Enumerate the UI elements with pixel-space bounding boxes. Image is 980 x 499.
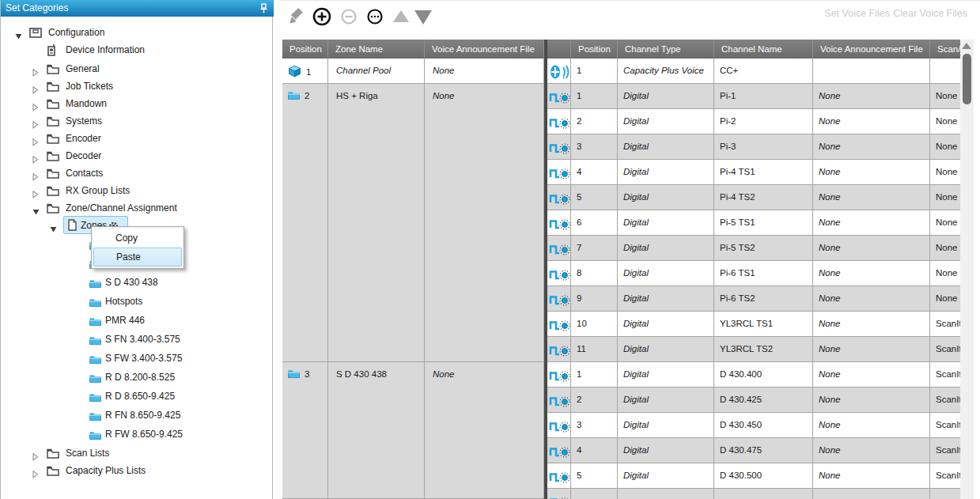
channel-scan-cell[interactable]: ScanIte — [930, 387, 962, 413]
zone-position-cell[interactable]: 2 — [282, 84, 328, 362]
channel-name-cell[interactable]: D 430.475 — [714, 438, 813, 463]
channel-name-cell[interactable]: Pi-1 — [714, 84, 813, 109]
channel-icon-cell[interactable] — [547, 210, 571, 236]
clear-voice-files-button[interactable]: Clear Voice Files — [893, 8, 967, 19]
tree-item-s-fn-3-400-3-575[interactable]: S FN 3.400-3.575 — [1, 331, 272, 348]
channel-voice-file-cell[interactable]: None — [813, 337, 930, 362]
channel-icon-cell[interactable] — [547, 236, 571, 261]
channel-voice-file-cell[interactable]: None — [813, 438, 930, 463]
zone-position-cell[interactable]: 3 — [282, 362, 328, 499]
channel-type-cell[interactable]: Digital — [618, 160, 714, 185]
channel-scan-cell[interactable]: None — [930, 134, 962, 160]
tree-item-r-fw-8-650-9-425[interactable]: R FW 8.650-9.425 — [1, 425, 272, 443]
channel-type-cell[interactable]: Digital — [618, 261, 714, 286]
tree-item-rx-group-lists[interactable]: RX Group Lists — [1, 182, 272, 199]
tree-item-job-tickets[interactable]: Job Tickets — [1, 77, 272, 95]
channel-type-cell[interactable]: Digital — [618, 210, 714, 236]
channel-voice-file-cell[interactable]: None — [813, 286, 930, 312]
channel-scan-cell[interactable]: None — [930, 236, 962, 261]
zone-column-header[interactable]: Voice Announcement File — [425, 40, 544, 59]
tree-item-encoder[interactable]: Encoder — [1, 130, 272, 147]
tree-item-r-fn-8-650-9-425[interactable]: R FN 8.650-9.425 — [1, 406, 272, 424]
channel-name-cell[interactable]: Pi-3 — [714, 134, 813, 160]
pin-icon[interactable] — [260, 3, 267, 13]
channel-icon-cell[interactable] — [547, 185, 571, 210]
tree-item-decoder[interactable]: Decoder — [1, 147, 272, 164]
channel-type-cell[interactable]: Digital — [618, 185, 714, 210]
zone-position-cell[interactable]: 1 — [282, 59, 328, 84]
channel-type-cell[interactable]: Digital — [618, 134, 714, 160]
channel-icon-cell[interactable] — [547, 312, 571, 337]
channel-name-cell[interactable]: CC+ — [714, 59, 813, 84]
channel-scan-cell[interactable]: None — [930, 160, 962, 185]
vertical-scrollbar[interactable] — [960, 40, 974, 499]
tree-item-pmr-446[interactable]: PMR 446 — [1, 312, 272, 329]
channel-voice-file-cell[interactable]: None — [813, 84, 930, 109]
channel-icon-cell[interactable] — [547, 109, 571, 134]
channel-name-cell[interactable]: D 430.500 — [714, 463, 813, 489]
scrollbar-thumb[interactable] — [963, 54, 971, 104]
channel-name-cell[interactable]: Pi-6 TS1 — [714, 261, 813, 286]
zone-name-cell[interactable]: S D 430 438 — [328, 362, 425, 499]
channel-position-cell[interactable]: 1 — [571, 59, 618, 84]
channel-type-cell[interactable] — [618, 489, 714, 499]
channel-voice-file-cell[interactable]: None — [813, 134, 930, 160]
channel-column-header[interactable]: Voice Announcement File — [813, 40, 930, 59]
tree-item-r-d-8-650-9-425[interactable]: R D 8.650-9.425 — [1, 387, 272, 405]
channel-position-cell[interactable]: 3 — [571, 413, 618, 438]
channel-type-cell[interactable]: Digital — [618, 337, 714, 362]
channel-icon-cell[interactable] — [547, 387, 571, 413]
channel-voice-file-cell[interactable]: None — [813, 185, 930, 210]
channel-scan-cell[interactable]: None — [930, 210, 962, 236]
channel-type-cell[interactable]: Digital — [618, 109, 714, 134]
channel-type-cell[interactable]: Digital — [618, 438, 714, 463]
channel-name-cell[interactable]: YL3RCL TS2 — [714, 337, 813, 362]
channel-position-cell[interactable]: 10 — [571, 312, 618, 337]
channel-position-cell[interactable]: 11 — [571, 337, 618, 362]
channel-position-cell[interactable]: 4 — [571, 160, 618, 185]
channel-icon-cell[interactable] — [547, 160, 571, 185]
zone-voice-file-cell[interactable]: None — [425, 59, 544, 84]
channel-icon-cell[interactable] — [547, 134, 571, 160]
remove-circle-icon[interactable] — [341, 9, 360, 28]
channel-voice-file-cell[interactable]: None — [813, 160, 930, 185]
channel-icon-cell[interactable] — [547, 84, 571, 109]
channel-voice-file-cell[interactable] — [813, 59, 930, 84]
channel-voice-file-cell[interactable]: None — [813, 413, 930, 438]
tree-item-scan-lists[interactable]: Scan Lists — [1, 444, 272, 462]
channel-scan-cell[interactable]: None — [930, 286, 962, 312]
tree-item-contacts[interactable]: Contacts — [1, 164, 272, 182]
channel-type-cell[interactable]: Digital — [618, 286, 714, 312]
channel-name-cell[interactable]: YL3RCL TS1 — [714, 312, 813, 337]
channel-icon-cell[interactable] — [547, 337, 571, 362]
channel-type-cell[interactable]: Digital — [618, 463, 714, 489]
channel-type-cell[interactable]: Digital — [618, 413, 714, 438]
channel-name-cell[interactable]: Pi-4 TS1 — [714, 160, 813, 185]
channel-type-cell[interactable]: Digital — [618, 362, 714, 387]
move-down-icon[interactable] — [414, 9, 433, 28]
channel-position-cell[interactable]: 5 — [571, 463, 618, 489]
expander-closed-icon[interactable] — [32, 467, 39, 484]
tree-item-capacity-plus-lists[interactable]: Capacity Plus Lists — [1, 462, 272, 479]
scrollbar-up-arrow-icon[interactable] — [962, 43, 971, 49]
zone-name-cell[interactable]: Channel Pool — [328, 59, 425, 84]
channel-column-header[interactable] — [547, 40, 571, 59]
channel-column-header[interactable]: Scan/R — [930, 40, 962, 59]
tree-item-r-d-8-200-8-525[interactable]: R D 8.200-8.525 — [1, 369, 272, 386]
channel-voice-file-cell[interactable]: None — [813, 312, 930, 337]
channel-position-cell[interactable]: 2 — [571, 109, 618, 134]
channel-type-cell[interactable]: Digital — [618, 387, 714, 413]
tree-item-s-d-430-438[interactable]: S D 430 438 — [1, 274, 272, 291]
channel-name-cell[interactable] — [714, 489, 813, 499]
channel-scan-cell[interactable]: None — [930, 109, 962, 134]
context-menu-item-paste[interactable]: Paste — [93, 248, 182, 267]
channel-column-header[interactable]: Channel Name — [714, 40, 813, 59]
channel-type-cell[interactable]: Capacity Plus Voice — [618, 59, 714, 84]
channel-position-cell[interactable]: 4 — [571, 438, 618, 463]
zone-voice-file-cell[interactable]: None — [425, 84, 544, 362]
channel-position-cell[interactable]: 7 — [571, 236, 618, 261]
zone-column-header[interactable]: Position — [282, 40, 328, 59]
channel-scan-cell[interactable]: ScanIte — [930, 362, 962, 387]
channel-column-header[interactable]: Position — [571, 40, 618, 59]
channel-scan-cell[interactable] — [930, 489, 962, 499]
